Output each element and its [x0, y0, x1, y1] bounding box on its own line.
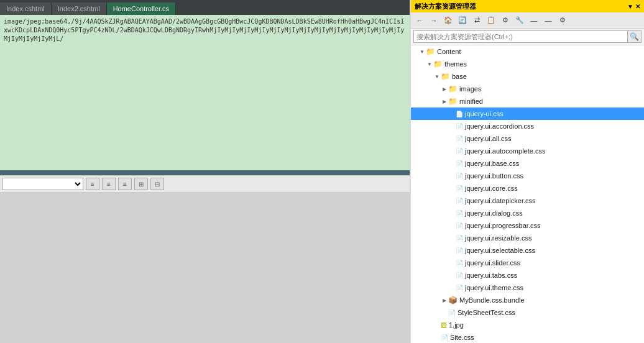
editor-toolbar: ≡ ≡ ≡ ⊞ ⊟: [0, 175, 410, 193]
item-label: StyleSheetTest.css: [458, 309, 515, 316]
tree-item-jquery-ui-theme[interactable]: 📄 jquery.ui.theme.css: [411, 281, 644, 294]
search-icon-btn[interactable]: 🔍: [628, 30, 642, 43]
folder-icon: 📁: [448, 85, 458, 93]
css-file-icon: 📄: [456, 185, 463, 192]
toolbar-back-btn[interactable]: ←: [413, 15, 426, 26]
toolbar-sync-btn[interactable]: ⇄: [471, 15, 483, 26]
title-icon-2[interactable]: ✕: [635, 3, 640, 10]
css-file-icon: 📄: [456, 247, 463, 254]
tree-item-themes[interactable]: ▼ 📁 themes: [411, 58, 644, 70]
tree-item-jquery-ui-button[interactable]: 📄 jquery.ui.button.css: [411, 170, 644, 182]
css-file-icon: 📄: [456, 210, 463, 217]
tree-item-jquery-ui-autocomplete[interactable]: 📄 jquery.ui.autocomplete.css: [411, 145, 644, 157]
tree-item-jquery-ui-progressbar[interactable]: 📄 jquery.ui.progressbar.css: [411, 219, 644, 232]
item-label: MyBundle.css.bundle: [459, 296, 525, 304]
item-label: jquery.ui.progressbar.css: [465, 222, 540, 229]
tree-item-jquery-ui-resizable[interactable]: 📄 jquery.ui.resizable.css: [411, 232, 644, 244]
css-file-icon: 📄: [441, 334, 448, 341]
tree-item-jquery-ui-slider[interactable]: 📄 jquery.ui.slider.css: [411, 257, 644, 269]
toolbar-gear-btn[interactable]: ⚙: [556, 15, 569, 26]
toolbar-refresh-btn[interactable]: 🔄: [456, 15, 469, 26]
tree-item-minified[interactable]: ▶ 📁 minified: [411, 95, 644, 107]
right-panel: 解决方案资源管理器 ▼ ✕ ← → 🏠 🔄 ⇄ 📋 ⚙ 🔧 — — ⚙ 🔍 ▼ …: [410, 0, 644, 343]
item-label: jquery.ui.tabs.css: [465, 272, 517, 279]
css-file-icon: 📄: [456, 148, 463, 155]
item-label: jquery-ui.css: [465, 110, 504, 117]
title-icon-1[interactable]: ▼: [627, 3, 633, 10]
folder-icon: 📁: [448, 97, 458, 106]
title-bar-icons: ▼ ✕: [627, 3, 640, 10]
item-label: Content: [437, 48, 461, 55]
tabs-bar: Index.cshtml Index2.cshtml HomeControlle…: [0, 0, 410, 15]
tree-item-jquery-ui-core[interactable]: 📄 jquery.ui.core.css: [411, 182, 644, 194]
toolbar-settings-btn[interactable]: ⚙: [499, 15, 512, 26]
toolbar-home-btn[interactable]: 🏠: [442, 15, 454, 26]
item-label: jquery.ui.core.css: [465, 185, 518, 192]
toolbar-dash-btn[interactable]: —: [542, 15, 554, 26]
toolbar-btn-2[interactable]: ≡: [102, 178, 116, 190]
left-panel: Index.cshtml Index2.cshtml HomeControlle…: [0, 0, 410, 343]
tree-item-stylesheettest[interactable]: 📄 StyleSheetTest.css: [411, 306, 644, 319]
css-file-icon: 📄: [456, 173, 463, 180]
tree-item-jquery-ui-css[interactable]: 📄 jquery-ui.css: [411, 107, 644, 120]
css-file-icon: 📄: [456, 111, 463, 117]
item-label: jquery.ui.dialog.css: [465, 209, 523, 217]
file-tree[interactable]: ▼ 📁 Content ▼ 📁 themes ▼ 📁 base ▶ 📁 imag…: [411, 45, 644, 343]
tree-item-mybundle[interactable]: ▶ 📦 MyBundle.css.bundle: [411, 294, 644, 306]
item-label: jquery.ui.base.css: [465, 160, 519, 167]
tree-item-jquery-ui-all[interactable]: 📄 jquery.ui.all.css: [411, 132, 644, 145]
tab-homecontroller-cs[interactable]: HomeController.cs: [107, 2, 176, 15]
css-file-icon: 📄: [456, 260, 463, 267]
expand-icon: ▶: [441, 86, 448, 92]
item-label: 1.jpg: [449, 321, 464, 329]
expand-icon: ▶: [441, 99, 448, 104]
item-label: jquery.ui.all.css: [465, 135, 511, 142]
css-file-icon: 📄: [456, 135, 463, 142]
folder-icon: 📁: [433, 60, 443, 68]
item-label: base: [452, 73, 467, 80]
toolbar-wrench-btn[interactable]: 🔧: [513, 15, 526, 26]
tree-item-jquery-ui-datepicker[interactable]: 📄 jquery.ui.datepicker.css: [411, 194, 644, 207]
expand-icon: ▼: [426, 62, 433, 67]
style-select[interactable]: [2, 178, 83, 190]
tree-item-jquery-ui-dialog[interactable]: 📄 jquery.ui.dialog.css: [411, 207, 644, 219]
toolbar-forward-btn[interactable]: →: [428, 15, 440, 26]
item-label: images: [459, 85, 481, 93]
tree-item-jquery-ui-selectable[interactable]: 📄 jquery.ui.selectable.css: [411, 244, 644, 257]
folder-icon: 📁: [426, 47, 435, 56]
css-file-icon: 📄: [456, 235, 463, 242]
item-label: jquery.ui.accordion.css: [465, 122, 534, 130]
tree-item-sitecss[interactable]: 📄 Site.css: [411, 331, 644, 343]
css-file-icon: 📄: [456, 285, 463, 291]
tree-item-jquery-ui-base[interactable]: 📄 jquery.ui.base.css: [411, 157, 644, 170]
image-file-icon: 🖼: [441, 322, 447, 329]
search-input[interactable]: [413, 30, 628, 43]
item-label: jquery.ui.theme.css: [465, 284, 523, 291]
css-file-icon: 📄: [456, 272, 463, 279]
tree-item-jquery-ui-tabs[interactable]: 📄 jquery.ui.tabs.css: [411, 269, 644, 281]
tree-item-base[interactable]: ▼ 📁 base: [411, 70, 644, 83]
item-label: jquery.ui.slider.css: [465, 259, 520, 267]
tab-index2-cshtml[interactable]: Index2.cshtml: [52, 2, 107, 15]
toolbar-copy-btn[interactable]: 📋: [485, 15, 497, 26]
css-file-icon: 📄: [456, 123, 463, 130]
toolbar-btn-3[interactable]: ≡: [118, 178, 132, 190]
tab-index-cshtml[interactable]: Index.cshtml: [0, 2, 52, 15]
toolbar-btn-4[interactable]: ⊞: [134, 178, 148, 190]
item-label: jquery.ui.resizable.css: [465, 234, 531, 242]
tree-item-1jpg[interactable]: 🖼 1.jpg: [411, 319, 644, 331]
item-label: jquery.ui.selectable.css: [465, 247, 535, 254]
css-file-icon: 📄: [456, 160, 463, 167]
tree-item-images[interactable]: ▶ 📁 images: [411, 83, 644, 95]
css-file-icon: 📄: [456, 198, 463, 204]
tree-item-content[interactable]: ▼ 📁 Content: [411, 45, 644, 58]
toolbar-minus-btn[interactable]: —: [528, 15, 540, 26]
item-label: Site.css: [450, 334, 474, 341]
item-label: jquery.ui.datepicker.css: [465, 197, 536, 204]
item-label: themes: [444, 60, 467, 68]
solution-explorer-title-bar: 解决方案资源管理器 ▼ ✕: [411, 0, 644, 12]
tree-item-jquery-ui-accordion[interactable]: 📄 jquery.ui.accordion.css: [411, 120, 644, 132]
toolbar-btn-1[interactable]: ≡: [86, 178, 99, 190]
expand-icon: ▼: [418, 49, 426, 55]
toolbar-btn-5[interactable]: ⊟: [150, 178, 164, 190]
